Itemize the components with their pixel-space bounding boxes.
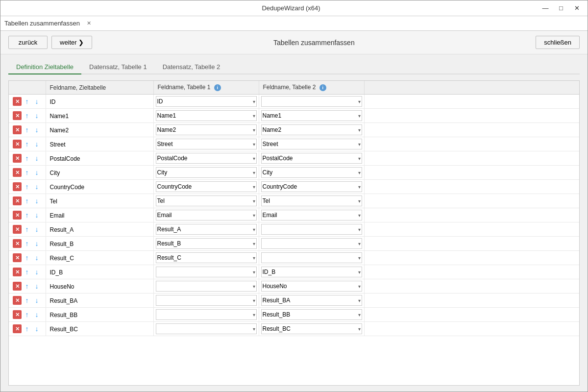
table2-field-cell[interactable]: Tel <box>259 194 364 208</box>
close-button[interactable]: schließen <box>536 36 580 49</box>
field-mapping-table-container[interactable]: Feldname, Zieltabelle Feldname, Tabelle … <box>8 80 580 386</box>
table2-field-cell[interactable] <box>259 222 364 237</box>
delete-row-button[interactable]: ✕ <box>13 196 22 205</box>
move-up-button[interactable]: ↑ <box>23 111 31 120</box>
table2-field-select[interactable]: Tel <box>261 196 362 206</box>
table1-field-select[interactable] <box>156 267 257 277</box>
table1-field-cell[interactable] <box>153 265 259 279</box>
table2-field-cell[interactable]: PostalCode <box>259 151 364 166</box>
table1-field-cell[interactable]: Name2 <box>153 123 259 137</box>
move-down-button[interactable]: ↓ <box>32 282 41 291</box>
table1-field-select[interactable] <box>156 295 257 306</box>
table2-field-cell[interactable]: City <box>259 166 364 180</box>
table1-field-select[interactable]: Result_A <box>156 224 257 235</box>
move-down-button[interactable]: ↓ <box>32 140 41 148</box>
table1-field-select[interactable]: CountryCode <box>156 181 257 192</box>
table2-field-cell[interactable]: Name2 <box>259 123 364 137</box>
move-up-button[interactable]: ↑ <box>23 253 31 262</box>
tab-definition-zieltabelle[interactable]: Definition Zieltabelle <box>8 60 81 74</box>
move-up-button[interactable]: ↑ <box>23 324 31 333</box>
table1-field-select[interactable]: Name2 <box>156 124 257 135</box>
table1-field-cell[interactable]: Email <box>153 208 259 222</box>
table1-field-cell[interactable]: PostalCode <box>153 151 259 166</box>
maximize-button[interactable]: □ <box>554 3 568 14</box>
table1-field-select[interactable]: Street <box>156 139 257 149</box>
table1-field-select[interactable] <box>156 281 257 292</box>
table1-field-cell[interactable] <box>153 279 259 294</box>
delete-row-button[interactable]: ✕ <box>13 140 22 148</box>
move-up-button[interactable]: ↑ <box>23 125 31 134</box>
table1-field-select[interactable]: Result_C <box>156 252 257 263</box>
table2-field-select[interactable]: City <box>261 167 362 178</box>
window-close-button[interactable]: ✕ <box>570 3 584 14</box>
table1-field-select[interactable] <box>156 323 257 334</box>
move-down-button[interactable]: ↓ <box>32 324 41 333</box>
move-up-button[interactable]: ↑ <box>23 268 31 276</box>
delete-row-button[interactable]: ✕ <box>13 253 22 262</box>
move-down-button[interactable]: ↓ <box>32 225 41 234</box>
move-down-button[interactable]: ↓ <box>32 97 41 106</box>
table2-field-select[interactable] <box>261 96 362 107</box>
table2-field-select[interactable]: Name1 <box>261 110 362 121</box>
table1-field-select[interactable] <box>156 309 257 320</box>
table1-field-cell[interactable]: Result_C <box>153 251 259 265</box>
table2-field-select[interactable]: Result_BC <box>261 323 362 334</box>
table1-field-select[interactable]: Email <box>156 210 257 220</box>
table1-field-cell[interactable]: Tel <box>153 194 259 208</box>
table2-field-cell[interactable]: Result_BB <box>259 308 364 322</box>
table1-field-cell[interactable]: ID <box>153 95 259 109</box>
move-up-button[interactable]: ↑ <box>23 296 31 305</box>
move-up-button[interactable]: ↑ <box>23 154 31 163</box>
table2-field-select[interactable] <box>261 224 362 235</box>
delete-row-button[interactable]: ✕ <box>13 324 22 333</box>
table2-field-select[interactable]: Result_BA <box>261 295 362 306</box>
delete-row-button[interactable]: ✕ <box>13 125 22 134</box>
table2-field-select[interactable]: Street <box>261 139 362 149</box>
table2-field-select[interactable]: HouseNo <box>261 281 362 292</box>
table2-field-select[interactable]: ID_B <box>261 267 362 277</box>
table2-field-cell[interactable] <box>259 237 364 251</box>
table1-field-cell[interactable]: Street <box>153 137 259 151</box>
minimize-button[interactable]: — <box>539 3 552 14</box>
delete-row-button[interactable]: ✕ <box>13 225 22 234</box>
table1-field-select[interactable]: City <box>156 167 257 178</box>
document-tab-label[interactable]: Tabellen zusammenfassen <box>4 20 80 27</box>
delete-row-button[interactable]: ✕ <box>13 211 22 220</box>
table1-field-cell[interactable]: Result_A <box>153 222 259 237</box>
move-down-button[interactable]: ↓ <box>32 125 41 134</box>
move-up-button[interactable]: ↑ <box>23 282 31 291</box>
table2-field-select[interactable]: Email <box>261 210 362 220</box>
move-down-button[interactable]: ↓ <box>32 310 41 319</box>
move-down-button[interactable]: ↓ <box>32 196 41 205</box>
table2-field-select[interactable] <box>261 252 362 263</box>
delete-row-button[interactable]: ✕ <box>13 239 22 248</box>
move-down-button[interactable]: ↓ <box>32 268 41 276</box>
table2-field-cell[interactable] <box>259 251 364 265</box>
table2-field-select[interactable]: Result_BB <box>261 309 362 320</box>
move-down-button[interactable]: ↓ <box>32 168 41 177</box>
table2-field-select[interactable]: CountryCode <box>261 181 362 192</box>
delete-row-button[interactable]: ✕ <box>13 154 22 163</box>
table1-field-select[interactable]: PostalCode <box>156 153 257 164</box>
delete-row-button[interactable]: ✕ <box>13 310 22 319</box>
delete-row-button[interactable]: ✕ <box>13 296 22 305</box>
table1-field-select[interactable]: ID <box>156 96 257 107</box>
table1-field-cell[interactable]: CountryCode <box>153 180 259 194</box>
delete-row-button[interactable]: ✕ <box>13 168 22 177</box>
move-down-button[interactable]: ↓ <box>32 111 41 120</box>
table2-field-cell[interactable]: Name1 <box>259 109 364 123</box>
move-down-button[interactable]: ↓ <box>32 239 41 248</box>
table2-field-select[interactable]: PostalCode <box>261 153 362 164</box>
move-down-button[interactable]: ↓ <box>32 154 41 163</box>
delete-row-button[interactable]: ✕ <box>13 282 22 291</box>
move-up-button[interactable]: ↑ <box>23 211 31 220</box>
table1-field-cell[interactable] <box>153 322 259 336</box>
table1-field-select[interactable]: Name1 <box>156 110 257 121</box>
table1-field-select[interactable]: Tel <box>156 196 257 206</box>
move-down-button[interactable]: ↓ <box>32 211 41 220</box>
table2-field-cell[interactable]: Email <box>259 208 364 222</box>
move-up-button[interactable]: ↑ <box>23 140 31 148</box>
forward-button[interactable]: weiter ❯ <box>51 36 92 49</box>
move-up-button[interactable]: ↑ <box>23 168 31 177</box>
delete-row-button[interactable]: ✕ <box>13 97 22 106</box>
